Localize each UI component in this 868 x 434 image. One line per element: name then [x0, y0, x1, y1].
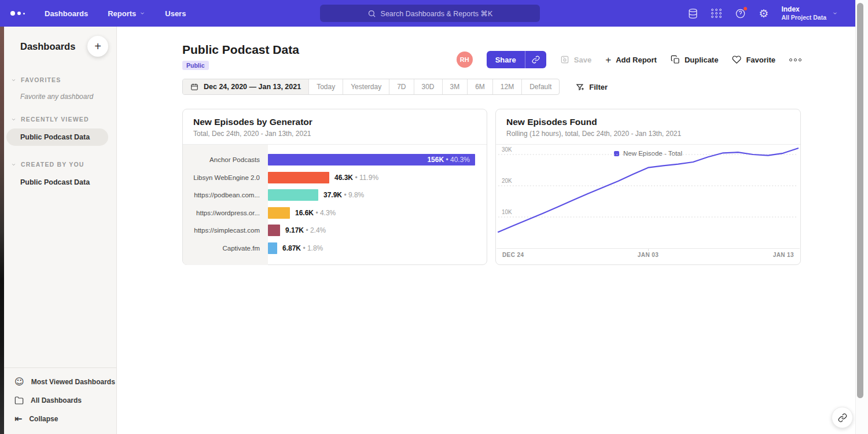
- project-subtitle: All Project Data: [781, 14, 826, 21]
- bar-category-label: Captivate.fm: [183, 245, 268, 252]
- save-icon: [560, 55, 569, 64]
- help-icon[interactable]: [735, 8, 746, 19]
- favorite-button[interactable]: Favorite: [732, 55, 775, 64]
- bar-chart: Anchor Podcasts156K • 40.3%Libsyn WebEng…: [183, 151, 487, 257]
- y-tick-label: 20K: [502, 178, 512, 184]
- date-preset-3m[interactable]: 3M: [443, 79, 468, 94]
- bar-row: https://simplecast.com9.17K • 2.4%: [183, 222, 487, 240]
- date-preset-12m[interactable]: 12M: [493, 79, 522, 94]
- bar-category-label: https://simplecast.com: [183, 227, 268, 234]
- sidebar-section: RECENTLY VIEWEDPublic Podcast Data: [4, 116, 116, 146]
- x-tick-label: DEC 24: [502, 252, 524, 258]
- card-new-episodes-by-generator: New Episodes by Generator Total, Dec 24t…: [182, 109, 487, 265]
- copy-link-floating-button[interactable]: [832, 407, 853, 428]
- card-title: New Episodes Found: [506, 117, 790, 127]
- x-tick-label: JAN 03: [638, 252, 659, 258]
- bar[interactable]: [268, 189, 318, 201]
- navbar-right: ⚙ Index All Project Data: [687, 0, 838, 27]
- bar[interactable]: [268, 242, 277, 254]
- bar-row: Libsyn WebEngine 2.046.3K • 11.9%: [183, 169, 487, 187]
- apps-grid-icon[interactable]: [711, 9, 722, 18]
- nav-item-reports[interactable]: Reports: [108, 9, 145, 18]
- notification-badge: [743, 6, 748, 11]
- filter-button[interactable]: Filter: [576, 83, 608, 91]
- bar[interactable]: [268, 172, 329, 183]
- legend-label: New Episode - Total: [623, 150, 682, 157]
- x-axis: DEC 24 JAN 03 JAN 13: [496, 248, 800, 259]
- data-management-icon[interactable]: [687, 8, 698, 19]
- sidebar-section-header[interactable]: FAVORITES: [4, 76, 116, 83]
- bar-value-label: 37.9K • 9.8%: [323, 191, 364, 199]
- bar[interactable]: [268, 207, 290, 219]
- chevron-down-icon: [832, 10, 838, 16]
- card-title: New Episodes by Generator: [193, 117, 476, 127]
- heart-icon: [732, 55, 741, 64]
- bar-row: Anchor Podcasts156K • 40.3%: [183, 151, 487, 169]
- bar-value-label: 6.87K • 1.8%: [282, 244, 323, 252]
- scrollbar-thumb[interactable]: [857, 3, 863, 398]
- bar[interactable]: 156K • 40.3%: [268, 154, 475, 165]
- header-actions: RH Share Save + Add Report Duplicate Fav…: [457, 51, 801, 68]
- settings-gear-icon[interactable]: ⚙: [759, 8, 768, 19]
- date-preset-30d[interactable]: 30D: [414, 79, 443, 94]
- sidebar-empty-text: Favorite any dashboard: [4, 83, 116, 101]
- line-chart-svg: 10K20K30K: [498, 160, 798, 248]
- card-new-episodes-found: New Episodes Found Rolling (12 hours), t…: [495, 109, 801, 265]
- chevron-down-icon: [11, 78, 16, 83]
- share-link-button[interactable]: [525, 51, 546, 68]
- project-switcher[interactable]: Index All Project Data: [781, 5, 838, 21]
- bar-category-label: https://podbean.com...: [183, 192, 268, 198]
- duplicate-icon: [671, 55, 680, 64]
- share-button-group: Share: [487, 51, 546, 68]
- sidebar-item-dashboard[interactable]: Public Podcast Data: [6, 174, 108, 191]
- nav-item-users[interactable]: Users: [165, 9, 186, 18]
- bar-category-label: Libsyn WebEngine 2.0: [183, 174, 268, 181]
- duplicate-button[interactable]: Duplicate: [671, 55, 719, 64]
- bar-value-label: 46.3K • 11.9%: [334, 174, 378, 182]
- more-options-button[interactable]: [789, 56, 801, 64]
- search-icon: [367, 9, 376, 18]
- sidebar-section: CREATED BY YOUPublic Podcast Data: [4, 161, 116, 191]
- sidebar-section-header[interactable]: CREATED BY YOU: [4, 161, 116, 168]
- line-series: [498, 148, 798, 232]
- scrollbar-track[interactable]: [855, 0, 868, 434]
- chevron-down-icon: [139, 10, 145, 16]
- chevron-down-icon: [11, 162, 16, 167]
- sidebar-item-dashboard[interactable]: Public Podcast Data: [6, 128, 108, 146]
- date-preset-default[interactable]: Default: [522, 79, 559, 94]
- bar-row: https://podbean.com...37.9K • 9.8%: [183, 186, 487, 204]
- bar-value-label: 156K • 40.3%: [427, 156, 470, 164]
- link-icon: [838, 413, 847, 422]
- calendar-icon: [190, 83, 198, 91]
- sidebar-section-header[interactable]: RECENTLY VIEWED: [4, 116, 116, 123]
- save-button[interactable]: Save: [560, 55, 591, 64]
- bar[interactable]: [268, 225, 280, 236]
- search-input[interactable]: Search Dashboards & Reports ⌘K: [320, 5, 540, 22]
- date-preset-7d[interactable]: 7D: [389, 79, 414, 94]
- avatar[interactable]: RH: [457, 52, 473, 68]
- project-name: Index: [781, 5, 826, 14]
- date-preset-6m[interactable]: 6M: [468, 79, 493, 94]
- nav-menu: DashboardsReportsUsers: [45, 9, 186, 18]
- collapse-icon: ⇤: [14, 414, 22, 424]
- share-button[interactable]: Share: [487, 51, 525, 68]
- sidebar: Dashboards + FAVORITESFavorite any dashb…: [4, 27, 117, 434]
- nav-item-dashboards[interactable]: Dashboards: [45, 9, 88, 18]
- date-range-bar: Dec 24, 2020 — Jan 13, 2021 TodayYesterd…: [182, 79, 560, 95]
- date-range-button[interactable]: Dec 24, 2020 — Jan 13, 2021: [183, 79, 309, 94]
- sidebar-footer-collapse[interactable]: ⇤Collapse: [4, 410, 116, 428]
- date-preset-yesterday[interactable]: Yesterday: [343, 79, 389, 94]
- sidebar-footer: ☺Most Viewed DashboardsAll Dashboards⇤Co…: [4, 367, 116, 434]
- bar-row: https://wordpress.or...16.6K • 4.3%: [183, 204, 487, 222]
- desktop-edge-strip: [0, 27, 4, 434]
- bar-row: Captivate.fm6.87K • 1.8%: [183, 240, 487, 258]
- add-report-button[interactable]: + Add Report: [605, 55, 657, 65]
- sidebar-footer-most-viewed-dashboards[interactable]: ☺Most Viewed Dashboards: [4, 373, 116, 391]
- sidebar-footer-all-dashboards[interactable]: All Dashboards: [4, 391, 116, 410]
- public-badge: Public: [182, 61, 209, 70]
- add-dashboard-button[interactable]: +: [87, 36, 108, 57]
- page-title: Public Podcast Data: [182, 43, 299, 57]
- bar-value-label: 9.17K • 2.4%: [285, 226, 326, 234]
- date-preset-today[interactable]: Today: [309, 79, 343, 94]
- x-tick-label: JAN 13: [773, 252, 794, 258]
